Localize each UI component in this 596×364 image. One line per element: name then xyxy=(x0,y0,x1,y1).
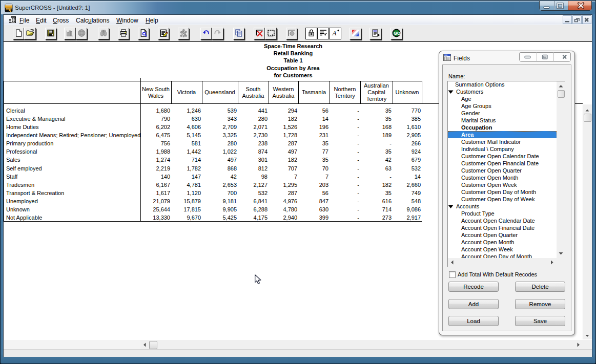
svg-text:A: A xyxy=(332,29,337,37)
svg-text:GO: GO xyxy=(394,31,401,36)
